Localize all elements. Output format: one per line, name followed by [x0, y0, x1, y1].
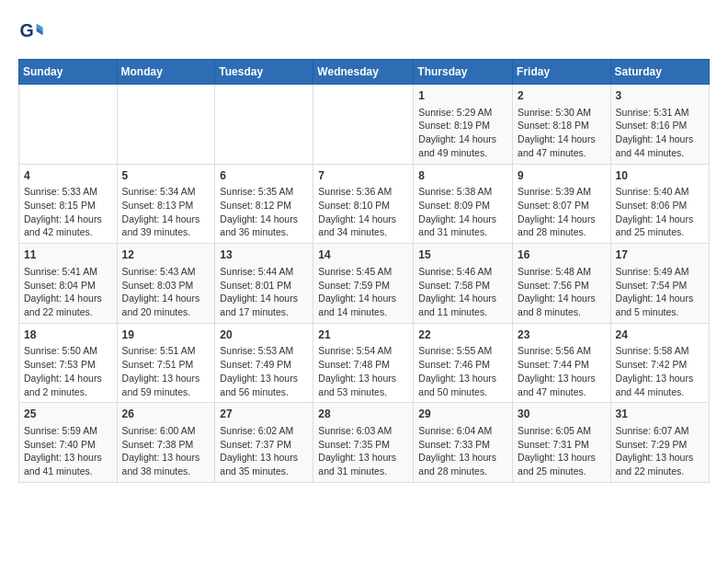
calendar-cell: 25Sunrise: 5:59 AM Sunset: 7:40 PM Dayli…	[19, 403, 118, 483]
weekday-header-row: SundayMondayTuesdayWednesdayThursdayFrid…	[19, 60, 710, 85]
page-header: G	[18, 18, 710, 44]
calendar-cell: 27Sunrise: 6:02 AM Sunset: 7:37 PM Dayli…	[215, 403, 313, 483]
day-info: Sunrise: 5:58 AM Sunset: 7:42 PM Dayligh…	[616, 344, 704, 398]
calendar-cell: 22Sunrise: 5:55 AM Sunset: 7:46 PM Dayli…	[414, 323, 513, 403]
calendar-cell: 21Sunrise: 5:54 AM Sunset: 7:48 PM Dayli…	[313, 323, 414, 403]
calendar-cell: 10Sunrise: 5:40 AM Sunset: 8:06 PM Dayli…	[610, 164, 709, 244]
day-info: Sunrise: 5:38 AM Sunset: 8:09 PM Dayligh…	[418, 185, 507, 239]
calendar-cell: 17Sunrise: 5:49 AM Sunset: 7:54 PM Dayli…	[610, 244, 709, 324]
day-number: 27	[220, 407, 308, 422]
day-number: 15	[418, 247, 507, 263]
day-info: Sunrise: 5:43 AM Sunset: 8:03 PM Dayligh…	[122, 265, 210, 319]
day-info: Sunrise: 5:59 AM Sunset: 7:40 PM Dayligh…	[24, 424, 112, 478]
calendar-cell: 30Sunrise: 6:05 AM Sunset: 7:31 PM Dayli…	[513, 403, 611, 483]
day-number: 1	[418, 88, 507, 104]
weekday-header-sunday: Sunday	[19, 60, 118, 85]
day-info: Sunrise: 6:07 AM Sunset: 7:29 PM Dayligh…	[616, 424, 704, 478]
calendar-week-row: 18Sunrise: 5:50 AM Sunset: 7:53 PM Dayli…	[19, 323, 710, 403]
calendar-cell: 28Sunrise: 6:03 AM Sunset: 7:35 PM Dayli…	[313, 403, 414, 483]
day-info: Sunrise: 5:30 AM Sunset: 8:18 PM Dayligh…	[518, 106, 606, 160]
day-info: Sunrise: 6:03 AM Sunset: 7:35 PM Dayligh…	[318, 424, 408, 478]
day-info: Sunrise: 5:56 AM Sunset: 7:44 PM Dayligh…	[518, 344, 606, 398]
day-number: 6	[220, 168, 308, 184]
calendar-week-row: 4Sunrise: 5:33 AM Sunset: 8:15 PM Daylig…	[19, 164, 710, 244]
weekday-header-tuesday: Tuesday	[215, 60, 313, 85]
calendar-cell: 9Sunrise: 5:39 AM Sunset: 8:07 PM Daylig…	[513, 164, 611, 244]
calendar-cell	[215, 85, 313, 165]
day-number: 10	[616, 168, 704, 184]
day-number: 3	[616, 88, 704, 104]
calendar-cell: 20Sunrise: 5:53 AM Sunset: 7:49 PM Dayli…	[215, 323, 313, 403]
day-number: 5	[122, 168, 210, 184]
day-number: 16	[518, 247, 606, 263]
day-number: 20	[220, 327, 308, 343]
day-info: Sunrise: 5:33 AM Sunset: 8:15 PM Dayligh…	[24, 185, 112, 239]
day-number: 23	[518, 327, 606, 343]
calendar-cell: 29Sunrise: 6:04 AM Sunset: 7:33 PM Dayli…	[414, 403, 513, 483]
day-number: 9	[518, 168, 606, 184]
day-number: 12	[122, 247, 210, 263]
calendar-cell: 18Sunrise: 5:50 AM Sunset: 7:53 PM Dayli…	[19, 323, 118, 403]
calendar-cell: 24Sunrise: 5:58 AM Sunset: 7:42 PM Dayli…	[610, 323, 709, 403]
day-info: Sunrise: 5:48 AM Sunset: 7:56 PM Dayligh…	[518, 265, 606, 319]
logo: G	[18, 18, 48, 44]
calendar-cell: 1Sunrise: 5:29 AM Sunset: 8:19 PM Daylig…	[414, 85, 513, 165]
calendar-cell: 2Sunrise: 5:30 AM Sunset: 8:18 PM Daylig…	[513, 85, 611, 165]
day-number: 25	[24, 407, 112, 422]
calendar-cell: 13Sunrise: 5:44 AM Sunset: 8:01 PM Dayli…	[215, 244, 313, 324]
calendar-cell: 7Sunrise: 5:36 AM Sunset: 8:10 PM Daylig…	[313, 164, 414, 244]
calendar-week-row: 25Sunrise: 5:59 AM Sunset: 7:40 PM Dayli…	[19, 403, 710, 483]
calendar-cell: 11Sunrise: 5:41 AM Sunset: 8:04 PM Dayli…	[19, 244, 118, 324]
day-number: 4	[24, 168, 112, 184]
calendar-cell	[313, 85, 414, 165]
calendar-cell	[117, 85, 215, 165]
calendar-cell: 3Sunrise: 5:31 AM Sunset: 8:16 PM Daylig…	[610, 85, 709, 165]
calendar-week-row: 1Sunrise: 5:29 AM Sunset: 8:19 PM Daylig…	[19, 85, 710, 165]
calendar-cell: 31Sunrise: 6:07 AM Sunset: 7:29 PM Dayli…	[610, 403, 709, 483]
calendar-cell: 8Sunrise: 5:38 AM Sunset: 8:09 PM Daylig…	[414, 164, 513, 244]
day-number: 7	[318, 168, 408, 184]
weekday-header-thursday: Thursday	[414, 60, 513, 85]
day-info: Sunrise: 5:40 AM Sunset: 8:06 PM Dayligh…	[616, 185, 704, 239]
day-info: Sunrise: 5:54 AM Sunset: 7:48 PM Dayligh…	[318, 344, 408, 398]
day-number: 8	[418, 168, 507, 184]
calendar-week-row: 11Sunrise: 5:41 AM Sunset: 8:04 PM Dayli…	[19, 244, 710, 324]
day-number: 13	[220, 247, 308, 263]
calendar-cell: 15Sunrise: 5:46 AM Sunset: 7:58 PM Dayli…	[414, 244, 513, 324]
calendar-cell: 5Sunrise: 5:34 AM Sunset: 8:13 PM Daylig…	[117, 164, 215, 244]
day-info: Sunrise: 5:46 AM Sunset: 7:58 PM Dayligh…	[418, 265, 507, 319]
calendar-cell: 16Sunrise: 5:48 AM Sunset: 7:56 PM Dayli…	[513, 244, 611, 324]
calendar-cell: 4Sunrise: 5:33 AM Sunset: 8:15 PM Daylig…	[19, 164, 118, 244]
day-number: 21	[318, 327, 408, 343]
day-number: 30	[518, 407, 606, 422]
day-info: Sunrise: 6:05 AM Sunset: 7:31 PM Dayligh…	[518, 424, 606, 478]
day-number: 22	[418, 327, 507, 343]
day-info: Sunrise: 5:53 AM Sunset: 7:49 PM Dayligh…	[220, 344, 308, 398]
day-info: Sunrise: 6:04 AM Sunset: 7:33 PM Dayligh…	[418, 424, 507, 478]
day-number: 29	[418, 407, 507, 422]
calendar-cell: 26Sunrise: 6:00 AM Sunset: 7:38 PM Dayli…	[117, 403, 215, 483]
day-info: Sunrise: 5:31 AM Sunset: 8:16 PM Dayligh…	[616, 106, 704, 160]
day-info: Sunrise: 5:55 AM Sunset: 7:46 PM Dayligh…	[418, 344, 507, 398]
day-info: Sunrise: 5:41 AM Sunset: 8:04 PM Dayligh…	[24, 265, 112, 319]
calendar-cell: 6Sunrise: 5:35 AM Sunset: 8:12 PM Daylig…	[215, 164, 313, 244]
day-number: 18	[24, 327, 112, 343]
svg-text:G: G	[19, 20, 33, 40]
day-number: 26	[122, 407, 210, 422]
day-info: Sunrise: 5:45 AM Sunset: 7:59 PM Dayligh…	[318, 265, 408, 319]
day-number: 19	[122, 327, 210, 343]
day-info: Sunrise: 5:39 AM Sunset: 8:07 PM Dayligh…	[518, 185, 606, 239]
day-number: 17	[616, 247, 704, 263]
day-info: Sunrise: 5:35 AM Sunset: 8:12 PM Dayligh…	[220, 185, 308, 239]
day-number: 24	[616, 327, 704, 343]
weekday-header-monday: Monday	[117, 60, 215, 85]
day-info: Sunrise: 5:51 AM Sunset: 7:51 PM Dayligh…	[122, 344, 210, 398]
day-number: 2	[518, 88, 606, 104]
day-number: 31	[616, 407, 704, 422]
calendar-cell	[19, 85, 118, 165]
day-number: 11	[24, 247, 112, 263]
day-info: Sunrise: 5:50 AM Sunset: 7:53 PM Dayligh…	[24, 344, 112, 398]
calendar-cell: 19Sunrise: 5:51 AM Sunset: 7:51 PM Dayli…	[117, 323, 215, 403]
day-info: Sunrise: 6:00 AM Sunset: 7:38 PM Dayligh…	[122, 424, 210, 478]
weekday-header-wednesday: Wednesday	[313, 60, 414, 85]
